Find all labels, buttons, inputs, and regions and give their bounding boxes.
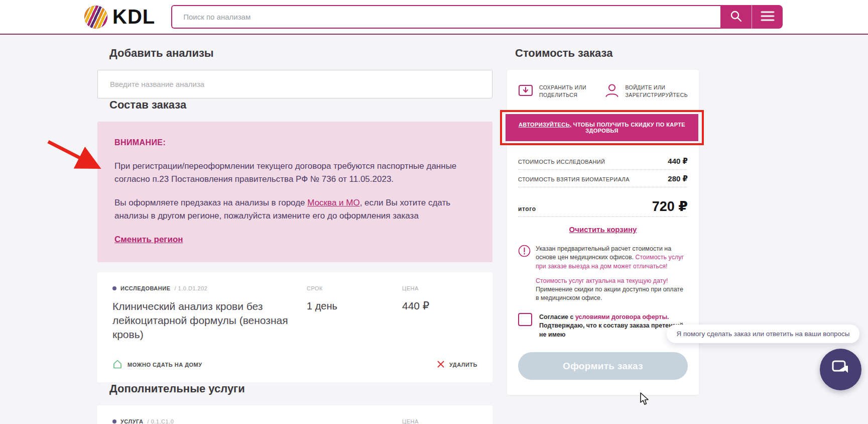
agree-after: Подтверждаю, что к составу заказа претен… [539,322,683,338]
price-column-header: ЦЕНА [402,285,477,291]
note2-accent: Стоимость услуг актуальна на текущую дат… [536,277,668,284]
cost-label-research: СТОИМОСТЬ ИССЛЕДОВАНИЙ [518,159,605,165]
header: KDL [0,0,868,35]
chat-fab-button[interactable] [820,349,861,390]
cost-row-research: СТОИМОСТЬ ИССЛЕДОВАНИЙ 440 ₽ [518,152,688,170]
cost-value-research: 440 ₽ [668,157,688,166]
login-register-label: ВОЙДИТЕ ИЛИ ЗАРЕГИСТРИРУЙТЕСЬ [626,84,688,98]
add-analysis-input[interactable] [97,70,492,98]
cost-row-biomaterial: СТОИМОСТЬ ВЗЯТИЯ БИОМАТЕРИАЛА 280 ₽ [518,170,688,187]
item-name: Клинический анализ крови без лейкоцитарн… [112,299,302,342]
banner-rest-text: ЧТОБЫ ПОЛУЧИТЬ СКИДКУ ПО КАРТЕ ЗДОРОВЬЯ [571,122,685,134]
summary-column: Стоимость заказа СОХРАНИТЬ ИЛИ ПОДЕЛИТЬС… [507,47,699,395]
delete-item-button[interactable]: УДАЛИТЬ [437,360,477,369]
authorize-link[interactable]: АВТОРИЗУЙТЕСЬ, [519,122,572,128]
service-item-card: УСЛУГА / 0.1.C1.0 ЦЕНА взятие крови 280 … [97,405,492,424]
kdl-logo[interactable]: KDL [84,6,155,29]
attention-paragraph-1: При регистрации/переоформлении текущего … [114,160,475,185]
search-button[interactable] [720,5,752,29]
chat-bubbles-icon [831,359,851,380]
note2-plain: Применение скидки по акции доступно при … [536,286,683,301]
page-content: Добавить анализы Состав заказа ВНИМАНИЕ:… [0,35,868,424]
login-register-button[interactable]: ВОЙДИТЕ ИЛИ ЗАРЕГИСТРИРУЙТЕСЬ [604,83,688,100]
delete-x-icon [437,360,445,369]
note-paragraph-2: Стоимость услуг актуальна на текущую дат… [536,277,688,303]
home-collect-badge: МОЖНО СДАТЬ НА ДОМУ [112,359,202,370]
delete-label: УДАЛИТЬ [449,362,477,368]
change-region-link[interactable]: Сменить регион [114,233,183,246]
agreement-text: Согласие с условиями договора оферты. По… [539,313,688,340]
chat-tooltip: Я помогу сделать заказ или ответить на в… [667,325,859,343]
main-column: Добавить анализы Состав заказа ВНИМАНИЕ:… [97,47,492,424]
cost-label-biomaterial: СТОИМОСТЬ ВЗЯТИЯ БИОМАТЕРИАЛА [518,176,630,182]
offer-terms-link[interactable]: условиями договора оферты. [575,313,669,321]
cost-value-biomaterial: 280 ₽ [668,174,688,183]
home-icon [112,359,122,370]
total-row: итого 720 ₽ [518,187,688,217]
save-or-share-button[interactable]: СОХРАНИТЬ ИЛИ ПОДЕЛИТЬСЯ [518,83,600,99]
term-column-header: СРОК [307,285,397,291]
home-collect-label: МОЖНО СДАТЬ НА ДОМУ [128,362,202,368]
search-bar [171,5,783,29]
item-type-label: ИССЛЕДОВАНИЕ [120,285,171,291]
save-download-icon [518,83,533,99]
add-analyses-title: Добавить анализы [109,47,492,60]
agreement-row: Согласие с условиями договора оферты. По… [518,313,688,340]
item-code: / 1.0.D1.202 [175,285,208,291]
menu-button[interactable] [752,5,783,29]
order-title: Состав заказа [109,98,492,112]
order-item-card: ИССЛЕДОВАНИЕ / 1.0.D1.202 СРОК ЦЕНА Клин… [97,272,492,382]
service-type-label: УСЛУГА [120,418,144,424]
attention-p2-before: Вы оформляете предзаказ на анализы в гор… [114,198,307,207]
hamburger-icon [760,10,775,24]
user-icon [604,83,619,100]
total-value: 720 ₽ [652,198,688,215]
services-title: Дополнительные услуги [109,382,492,395]
attention-heading: ВНИМАНИЕ: [114,137,475,149]
kdl-logo-text: KDL [112,6,155,28]
authorize-discount-banner[interactable]: АВТОРИЗУЙТЕСЬ, ЧТОБЫ ПОЛУЧИТЬ СКИДКУ ПО … [506,114,698,141]
summary-title: Стоимость заказа [515,47,699,60]
total-label: итого [518,205,536,213]
region-moscow-link[interactable]: Москва и МО [307,198,359,207]
summary-card: СОХРАНИТЬ ИЛИ ПОДЕЛИТЬСЯ ВОЙДИТЕ ИЛИ ЗАР… [507,70,699,395]
note-paragraph-1: Указан предварительный расчет стоимости … [536,245,688,271]
service-type-dot-icon [112,419,116,423]
alert-circle-icon [518,245,531,303]
item-price: 440 ₽ [402,300,477,342]
agreement-checkbox[interactable] [518,313,532,326]
agree-before: Согласие с [539,313,575,321]
kdl-globe-icon [84,6,107,29]
item-type-dot-icon [112,286,116,290]
item-meta: ИССЛЕДОВАНИЕ / 1.0.D1.202 [112,285,302,291]
red-highlight-annotation: АВТОРИЗУЙТЕСЬ, ЧТОБЫ ПОЛУЧИТЬ СКИДКУ ПО … [500,110,704,145]
price-note: Указан предварительный расчет стоимости … [518,245,688,303]
search-input[interactable] [171,5,720,29]
service-price-column-header: ЦЕНА [402,418,477,424]
item-term: 1 день [307,300,397,342]
clear-cart-link[interactable]: Очистить корзину [518,225,688,234]
service-meta: УСЛУГА / 0.1.C1.0 [112,418,397,424]
attention-paragraph-2: Вы оформляете предзаказ на анализы в гор… [114,196,475,222]
save-or-share-label: СОХРАНИТЬ ИЛИ ПОДЕЛИТЬСЯ [539,84,600,98]
attention-box: ВНИМАНИЕ: При регистрации/переоформлении… [97,122,492,262]
service-code: / 0.1.C1.0 [148,418,174,424]
submit-order-button[interactable]: Оформить заказ [518,352,688,380]
search-icon [729,10,742,24]
